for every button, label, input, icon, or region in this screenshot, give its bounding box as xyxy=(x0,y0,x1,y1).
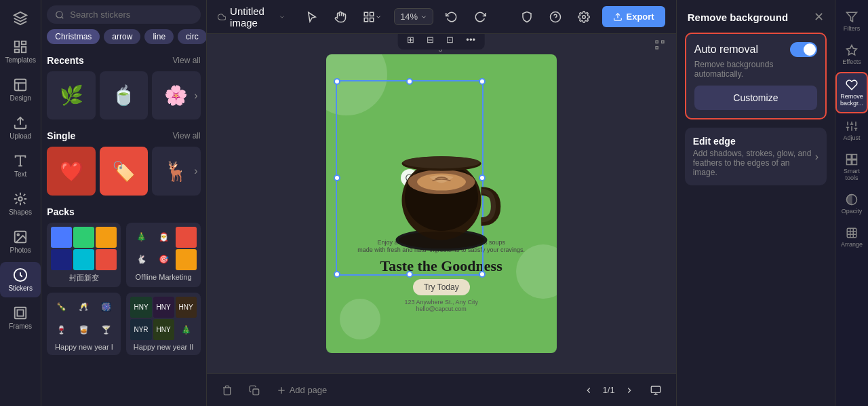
sticker-single-3[interactable]: 🦌 xyxy=(152,147,200,195)
duplicate-button[interactable] xyxy=(245,381,264,400)
tag-circ[interactable]: circ xyxy=(178,29,206,44)
right-item-filters[interactable]: Filters xyxy=(835,5,868,37)
effects-icon xyxy=(846,44,858,56)
svg-point-32 xyxy=(399,232,484,248)
sidebar-item-logo[interactable] xyxy=(0,5,41,31)
trash-button[interactable] xyxy=(218,381,237,400)
pack-cell: HNY xyxy=(153,297,174,318)
document-title: Untitled image xyxy=(230,5,275,29)
sidebar-item-text[interactable]: Text xyxy=(0,148,41,183)
cta-button[interactable]: Try Today xyxy=(413,279,470,295)
right-item-arrange[interactable]: Arrange xyxy=(835,221,868,253)
pack-item-3[interactable]: 🍾 🥂 🎆 🍷 🥃 🍸 Happy new year I xyxy=(47,293,121,355)
redo-button[interactable] xyxy=(470,7,490,27)
right-item-smart-tools[interactable]: Smart tools xyxy=(835,148,868,187)
sticker-recent-3[interactable]: 🌸 xyxy=(152,71,200,119)
pack-cell: 🎄 xyxy=(176,319,197,340)
single-grid: ❤️ 🏷️ 🦌 xyxy=(47,147,200,195)
right-item-adjust[interactable]: Adjust xyxy=(835,115,868,147)
zoom-control[interactable]: 14% xyxy=(394,8,433,25)
help-button[interactable] xyxy=(545,7,566,27)
handle-tr[interactable] xyxy=(479,78,486,85)
search-input[interactable] xyxy=(70,10,192,20)
right-item-effects[interactable]: Effects xyxy=(835,39,868,71)
sidebar-item-templates[interactable]: Templates xyxy=(0,34,41,69)
sidebar-item-photos[interactable]: Photos xyxy=(0,224,41,259)
page-menu[interactable] xyxy=(654,39,665,53)
canvas-copy-btn[interactable]: ⊡ xyxy=(442,34,458,47)
svg-point-8 xyxy=(18,197,22,201)
canvas-content: Enjoy a wholesome m with our delicious s… xyxy=(326,54,557,353)
add-page-button[interactable]: Add page xyxy=(272,381,332,400)
edit-edge-desc: Add shadows, strokes, glow, and feathers… xyxy=(693,149,815,177)
auto-removal-toggle[interactable] xyxy=(790,42,817,57)
pack-cell xyxy=(51,227,72,248)
next-page-button[interactable] xyxy=(620,382,638,399)
sidebar-item-stickers[interactable]: Stickers xyxy=(0,262,41,297)
svg-marker-39 xyxy=(847,12,857,22)
canvas-frame[interactable]: ⊞ ⊟ ⊡ ••• xyxy=(326,54,557,353)
remove-bg-title: Remove background xyxy=(688,12,788,23)
close-remove-bg[interactable]: ✕ xyxy=(814,10,824,24)
recents-grid: 🌿 🍵 🌸 xyxy=(47,71,200,119)
pack-cell: 🥂 xyxy=(73,297,94,318)
sticker-single-2[interactable]: 🏷️ xyxy=(100,147,148,195)
right-item-remove-bg[interactable]: Remove backgr... xyxy=(835,72,868,113)
single-title: Single xyxy=(47,130,75,141)
sticker-single-1[interactable]: ❤️ xyxy=(47,147,95,195)
sidebar-item-shapes[interactable]: Shapes xyxy=(0,186,41,221)
right-item-opacity[interactable]: Opacity xyxy=(835,188,868,220)
pack-cell: 🍸 xyxy=(96,319,117,340)
pack-label-1: 封面新变 xyxy=(51,273,117,283)
pack-item-4[interactable]: HNY HNY HNY NYR HNY 🎄 Happy new year II xyxy=(126,293,200,355)
pack-cell xyxy=(51,249,72,270)
tag-arrow[interactable]: arrow xyxy=(104,29,140,44)
view-tool[interactable] xyxy=(359,7,386,27)
edit-edge-row[interactable]: Edit edge Add shadows, strokes, glow, an… xyxy=(685,128,827,185)
sidebar-label-design: Design xyxy=(10,94,31,102)
canvas-more-btn[interactable]: ••• xyxy=(462,34,479,47)
handle-ml[interactable] xyxy=(334,174,340,181)
pack-cell: 🥃 xyxy=(73,319,94,340)
undo-button[interactable] xyxy=(441,7,462,27)
prev-page-button[interactable] xyxy=(580,382,597,399)
panel-content: Recents View all 🌿 🍵 🌸 Single View all ❤… xyxy=(41,50,205,406)
sticker-recent-1[interactable]: 🌿 xyxy=(47,71,95,119)
sidebar-label-frames: Frames xyxy=(9,322,32,330)
customize-button[interactable]: Customize xyxy=(694,86,817,110)
pack-item-1[interactable]: 封面新变 xyxy=(47,223,121,287)
title-area[interactable]: Untitled image xyxy=(218,5,285,29)
recents-view-all[interactable]: View all xyxy=(173,56,201,65)
svg-rect-11 xyxy=(15,308,26,319)
canvas-select-btn[interactable]: ⊞ xyxy=(403,34,418,47)
sidebar-label-shapes: Shapes xyxy=(9,208,32,216)
search-icon xyxy=(55,10,64,20)
canvas-card: Enjoy a wholesome m with our delicious s… xyxy=(326,54,557,353)
remove-bg-header: Remove background ✕ xyxy=(677,0,835,33)
hand-tool[interactable] xyxy=(330,7,351,27)
sticker-recent-2[interactable]: 🍵 xyxy=(100,71,148,119)
tag-christmas[interactable]: Christmas xyxy=(47,29,100,44)
sidebar-item-frames[interactable]: Frames xyxy=(0,300,41,335)
sidebar-item-design[interactable]: Design xyxy=(0,72,41,107)
address-line1: 123 Anywhere St., Any City xyxy=(337,299,546,306)
tag-line[interactable]: line xyxy=(144,29,174,44)
canvas-grid-btn[interactable]: ⊟ xyxy=(422,34,438,47)
search-box[interactable] xyxy=(47,5,200,24)
sidebar-item-upload[interactable]: Upload xyxy=(0,110,41,145)
edit-edge-info: Edit edge Add shadows, strokes, glow, an… xyxy=(693,136,815,177)
pack-item-2[interactable]: 🎄 🎅 🐇 🎯 Offline Marketing xyxy=(126,223,200,287)
auto-removal-row: Auto removal xyxy=(694,42,817,57)
export-button[interactable]: Export xyxy=(602,6,665,27)
edit-edge-section: Edit edge Add shadows, strokes, glow, an… xyxy=(685,128,827,185)
handle-tm[interactable] xyxy=(406,78,413,85)
shield-icon[interactable] xyxy=(517,7,537,27)
present-button[interactable] xyxy=(646,381,665,400)
svg-rect-0 xyxy=(15,41,19,47)
toggle-knob xyxy=(804,43,816,56)
pointer-tool[interactable] xyxy=(302,7,322,27)
single-view-all[interactable]: View all xyxy=(173,131,201,141)
page-nav: 1/1 xyxy=(580,382,638,399)
right-icon-sidebar: Filters Effects Remove backgr... Adjust … xyxy=(835,0,868,406)
settings-button[interactable] xyxy=(574,7,594,27)
